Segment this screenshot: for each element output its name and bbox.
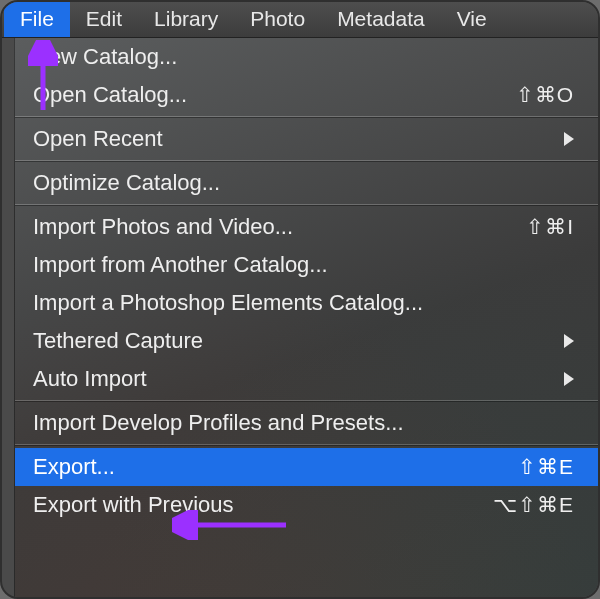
menu-item-label: Import Photos and Video... — [33, 214, 494, 240]
menu-separator — [15, 116, 598, 118]
menu-item-label: Optimize Catalog... — [33, 170, 574, 196]
menu-item-label: Tethered Capture — [33, 328, 552, 354]
menu-item-label: Import Develop Profiles and Presets... — [33, 410, 574, 436]
menu-item-shortcut: ⇧⌘O — [494, 83, 574, 107]
menu-separator — [15, 160, 598, 162]
menu-separator — [15, 400, 598, 402]
menu-item-tethered-capture[interactable]: Tethered Capture — [15, 322, 598, 360]
menubar-item-file[interactable]: File — [4, 2, 70, 37]
menubar-item-metadata[interactable]: Metadata — [321, 2, 441, 37]
menu-item-label: New Catalog... — [33, 44, 574, 70]
menubar-item-view[interactable]: Vie — [441, 2, 503, 37]
menu-item-label: Export with Previous — [33, 492, 493, 518]
menubar: File Edit Library Photo Metadata Vie — [2, 2, 598, 38]
menu-item-open-recent[interactable]: Open Recent — [15, 120, 598, 158]
menu-item-label: Import from Another Catalog... — [33, 252, 574, 278]
menu-item-import-another-catalog[interactable]: Import from Another Catalog... — [15, 246, 598, 284]
menu-item-label: Auto Import — [33, 366, 552, 392]
menubar-item-edit[interactable]: Edit — [70, 2, 138, 37]
menu-item-import-develop-profiles[interactable]: Import Develop Profiles and Presets... — [15, 404, 598, 442]
menu-item-shortcut: ⇧⌘I — [494, 215, 574, 239]
menu-item-label: Open Catalog... — [33, 82, 494, 108]
menubar-item-library[interactable]: Library — [138, 2, 234, 37]
file-menu-dropdown: New Catalog... Open Catalog... ⇧⌘O Open … — [14, 38, 598, 597]
menu-item-label: Import a Photoshop Elements Catalog... — [33, 290, 574, 316]
menu-separator — [15, 204, 598, 206]
menu-item-shortcut: ⇧⌘E — [494, 455, 574, 479]
menu-item-label: Open Recent — [33, 126, 552, 152]
menu-item-new-catalog[interactable]: New Catalog... — [15, 38, 598, 76]
chevron-right-icon — [564, 372, 574, 386]
chevron-right-icon — [564, 334, 574, 348]
menu-item-import-photos-video[interactable]: Import Photos and Video... ⇧⌘I — [15, 208, 598, 246]
menu-item-open-catalog[interactable]: Open Catalog... ⇧⌘O — [15, 76, 598, 114]
menu-item-export-with-previous[interactable]: Export with Previous ⌥⇧⌘E — [15, 486, 598, 524]
menu-item-auto-import[interactable]: Auto Import — [15, 360, 598, 398]
menu-item-import-pse-catalog[interactable]: Import a Photoshop Elements Catalog... — [15, 284, 598, 322]
menu-item-label: Export... — [33, 454, 494, 480]
app-window: File Edit Library Photo Metadata Vie New… — [0, 0, 600, 599]
menu-separator — [15, 444, 598, 446]
menu-item-shortcut: ⌥⇧⌘E — [493, 493, 574, 517]
menu-item-export[interactable]: Export... ⇧⌘E — [15, 448, 598, 486]
chevron-right-icon — [564, 132, 574, 146]
menubar-item-photo[interactable]: Photo — [234, 2, 321, 37]
menu-item-optimize-catalog[interactable]: Optimize Catalog... — [15, 164, 598, 202]
